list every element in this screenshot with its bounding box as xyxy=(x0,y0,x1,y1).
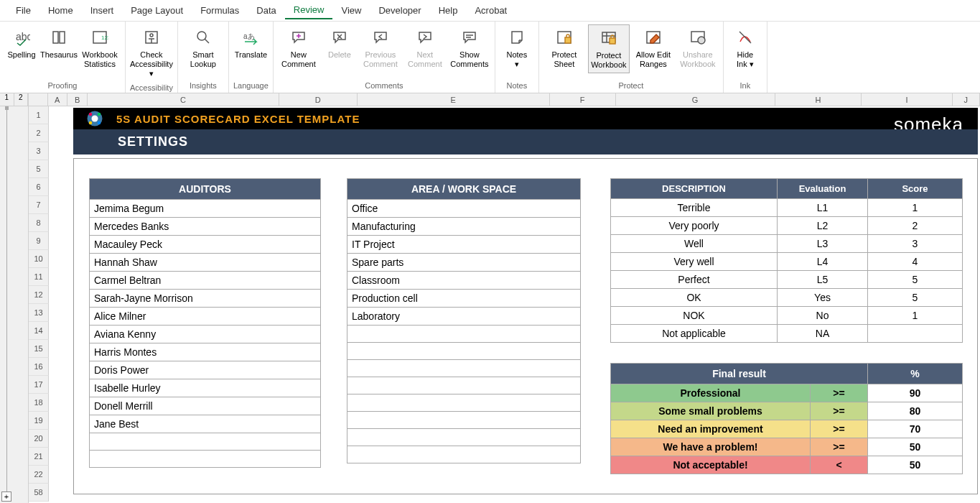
protect-workbook-button[interactable]: ProtectWorkbook xyxy=(588,24,630,73)
outline-level-1[interactable]: 1 xyxy=(0,93,14,106)
outline-expand-button[interactable]: + xyxy=(1,492,11,502)
grid[interactable]: ABCDEFGHIJ 12356789101112131415161718192… xyxy=(29,93,980,503)
table-cell[interactable]: Isabelle Hurley xyxy=(90,379,321,397)
row-header-6[interactable]: 6 xyxy=(29,178,49,196)
row-header-15[interactable]: 15 xyxy=(29,340,49,358)
final-result-table[interactable]: Final result % Professional>=90Some smal… xyxy=(610,363,963,474)
col-header-J[interactable]: J xyxy=(953,93,980,106)
final-op[interactable]: >= xyxy=(811,438,868,456)
menu-formulas[interactable]: Formulas xyxy=(192,2,248,19)
menu-data[interactable]: Data xyxy=(248,2,284,19)
menu-review[interactable]: Review xyxy=(285,1,333,19)
table-cell[interactable]: No xyxy=(778,307,868,325)
menu-help[interactable]: Help xyxy=(430,2,467,19)
menu-home[interactable]: Home xyxy=(39,2,82,19)
auditors-table[interactable]: AUDITORS Jemima BegumMercedes BanksMacau… xyxy=(89,178,321,468)
translate-button[interactable]: aあTranslate xyxy=(233,24,268,63)
table-cell[interactable] xyxy=(90,433,321,451)
col-header-I[interactable]: I xyxy=(862,93,952,106)
final-label[interactable]: Some small problems xyxy=(611,402,811,420)
table-cell[interactable]: L1 xyxy=(778,199,868,217)
table-cell[interactable]: Donell Merrill xyxy=(90,397,321,415)
table-cell[interactable]: Mercedes Banks xyxy=(90,218,321,236)
table-cell[interactable]: Well xyxy=(611,235,778,253)
table-cell[interactable] xyxy=(347,377,581,394)
row-header-17[interactable]: 17 xyxy=(29,376,49,394)
table-cell[interactable]: NOK xyxy=(611,307,778,325)
row-header-18[interactable]: 18 xyxy=(29,394,49,412)
table-cell[interactable]: Alice Milner xyxy=(90,308,321,326)
final-op[interactable]: < xyxy=(811,456,868,474)
table-cell[interactable]: L5 xyxy=(778,271,868,289)
final-label[interactable]: Professional xyxy=(611,384,811,402)
table-cell[interactable] xyxy=(347,394,581,412)
row-header-5[interactable]: 5 xyxy=(29,160,49,178)
menu-file[interactable]: File xyxy=(7,2,39,19)
table-cell[interactable] xyxy=(347,360,581,377)
outline-level-2[interactable]: 2 xyxy=(14,93,29,106)
table-cell[interactable]: Perfect xyxy=(611,271,778,289)
notes-button[interactable]: Notes▾ xyxy=(500,24,534,72)
table-cell[interactable]: Yes xyxy=(778,289,868,307)
table-cell[interactable]: Macauley Peck xyxy=(90,236,321,254)
spelling-button[interactable]: abcSpelling xyxy=(4,24,39,63)
table-cell[interactable]: Laboratory xyxy=(347,308,581,326)
table-cell[interactable]: 1 xyxy=(868,199,963,217)
row-header-21[interactable]: 21 xyxy=(29,448,49,466)
table-cell[interactable]: Classroom xyxy=(347,272,581,290)
select-all-corner[interactable] xyxy=(29,93,48,106)
col-header-A[interactable]: A xyxy=(48,93,67,106)
hide-ink-button[interactable]: HideInk ▾ xyxy=(728,24,762,72)
row-header-3[interactable]: 3 xyxy=(29,142,49,160)
table-cell[interactable]: Jemima Begum xyxy=(90,200,321,218)
col-header-H[interactable]: H xyxy=(775,93,862,106)
row-header-12[interactable]: 12 xyxy=(29,286,49,304)
table-cell[interactable]: 2 xyxy=(868,217,963,235)
row-header-16[interactable]: 16 xyxy=(29,358,49,376)
thesaurus-button[interactable]: Thesaurus xyxy=(42,24,76,63)
table-cell[interactable] xyxy=(347,343,581,360)
row-header-14[interactable]: 14 xyxy=(29,322,49,340)
table-cell[interactable]: Sarah-Jayne Morrison xyxy=(90,290,321,308)
final-label[interactable]: We have a problem! xyxy=(611,438,811,456)
table-cell[interactable] xyxy=(347,412,581,429)
final-pct[interactable]: 90 xyxy=(868,384,963,402)
final-label[interactable]: Need an improvement xyxy=(611,420,811,438)
menu-developer[interactable]: Developer xyxy=(370,2,429,19)
table-cell[interactable]: Office xyxy=(347,200,581,218)
col-header-C[interactable]: C xyxy=(88,93,279,106)
col-header-G[interactable]: G xyxy=(616,93,775,106)
final-op[interactable]: >= xyxy=(811,420,868,438)
menu-acrobat[interactable]: Acrobat xyxy=(466,2,515,19)
workbook-statistics-button[interactable]: 123WorkbookStatistics xyxy=(79,24,121,72)
table-cell[interactable]: Doris Power xyxy=(90,361,321,379)
table-cell[interactable]: L4 xyxy=(778,253,868,271)
table-cell[interactable]: Aviana Kenny xyxy=(90,326,321,343)
table-cell[interactable] xyxy=(347,446,581,463)
table-cell[interactable]: Harris Montes xyxy=(90,343,321,361)
row-header-22[interactable]: 22 xyxy=(29,466,49,484)
table-cell[interactable]: Terrible xyxy=(611,199,778,217)
final-pct[interactable]: 70 xyxy=(868,420,963,438)
table-cell[interactable]: NA xyxy=(778,325,868,343)
table-cell[interactable]: Carmel Beltran xyxy=(90,272,321,290)
row-header-19[interactable]: 19 xyxy=(29,412,49,430)
menu-page-layout[interactable]: Page Layout xyxy=(122,2,192,19)
final-op[interactable]: >= xyxy=(811,402,868,420)
row-header-7[interactable]: 7 xyxy=(29,196,49,214)
table-cell[interactable] xyxy=(347,429,581,446)
row-header-10[interactable]: 10 xyxy=(29,250,49,268)
table-cell[interactable]: 5 xyxy=(868,289,963,307)
table-cell[interactable]: 4 xyxy=(868,253,963,271)
row-header-58[interactable]: 58 xyxy=(29,484,49,502)
table-cell[interactable]: Not applicable xyxy=(611,325,778,343)
menu-insert[interactable]: Insert xyxy=(82,2,123,19)
final-pct[interactable]: 50 xyxy=(868,438,963,456)
table-cell[interactable]: OK xyxy=(611,289,778,307)
table-cell[interactable]: L3 xyxy=(778,235,868,253)
final-pct[interactable]: 80 xyxy=(868,402,963,420)
final-pct[interactable]: 50 xyxy=(868,456,963,474)
table-cell[interactable]: 3 xyxy=(868,235,963,253)
check-accessibility-button[interactable]: CheckAccessibility ▾ xyxy=(131,24,172,82)
col-header-B[interactable]: B xyxy=(67,93,88,106)
